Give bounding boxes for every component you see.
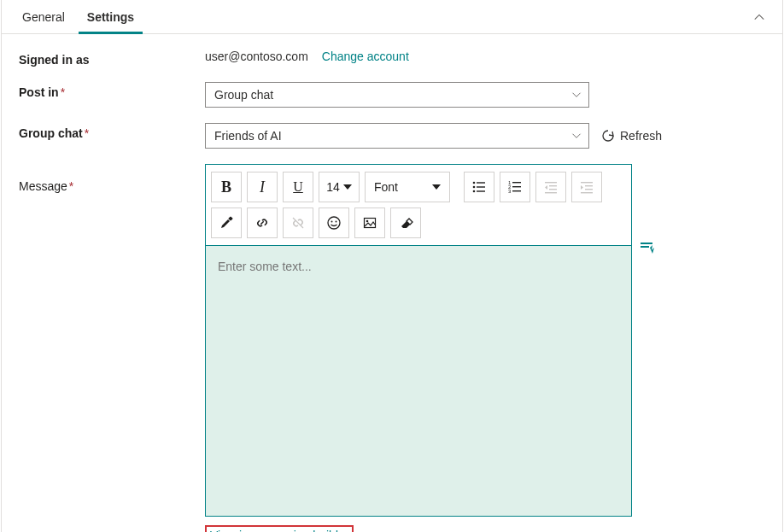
caret-down-icon [432, 183, 441, 191]
rich-text-editor: B I U 14 Font [205, 164, 632, 517]
font-size-select[interactable]: 14 [319, 172, 360, 202]
signed-in-email: user@contoso.com [205, 50, 308, 63]
svg-point-26 [366, 220, 369, 223]
tab-settings[interactable]: Settings [79, 0, 143, 34]
svg-point-0 [473, 182, 476, 184]
group-chat-label: Group chat* [19, 123, 205, 140]
svg-rect-15 [545, 192, 557, 193]
tabs-bar: General Settings [2, 0, 782, 34]
svg-rect-1 [477, 182, 485, 183]
dynamic-content-icon [639, 239, 656, 256]
tab-general[interactable]: General [14, 0, 73, 34]
bold-icon: B [221, 178, 231, 196]
svg-rect-12 [545, 182, 557, 183]
svg-rect-18 [585, 189, 593, 190]
refresh-icon [601, 129, 615, 143]
svg-rect-3 [477, 186, 485, 187]
svg-point-2 [473, 186, 476, 189]
image-icon [362, 215, 377, 231]
font-family-select[interactable]: Font [365, 172, 450, 202]
group-chat-select[interactable]: Friends of AI [205, 123, 589, 149]
link-icon [255, 215, 270, 231]
outdent-button [535, 172, 566, 202]
svg-rect-5 [477, 190, 485, 191]
svg-rect-7 [512, 182, 521, 183]
svg-text:3: 3 [508, 189, 512, 194]
svg-point-22 [328, 217, 340, 229]
clear-format-button[interactable] [390, 208, 421, 238]
svg-rect-20 [228, 216, 233, 221]
view-in-expression-builder-link[interactable]: View in expression builder [205, 525, 354, 532]
editor-toolbar: B I U 14 Font [206, 165, 631, 246]
dynamic-content-button[interactable] [639, 239, 656, 256]
svg-rect-14 [549, 189, 557, 190]
italic-button[interactable]: I [247, 172, 278, 202]
post-in-label: Post in* [19, 82, 205, 99]
link-button[interactable] [247, 208, 278, 238]
svg-point-4 [473, 190, 476, 193]
message-textarea[interactable]: Enter some text... [206, 246, 631, 516]
underline-icon: U [293, 179, 303, 195]
emoji-icon [326, 215, 342, 231]
svg-rect-16 [581, 182, 593, 183]
chevron-down-icon [571, 90, 582, 100]
eyedropper-icon [219, 215, 234, 231]
svg-rect-9 [512, 186, 521, 187]
outdent-icon [543, 179, 559, 195]
eraser-icon [398, 215, 413, 231]
numbered-list-icon: 123 [507, 179, 523, 195]
emoji-button[interactable] [319, 208, 349, 238]
collapse-panel-button[interactable] [748, 8, 770, 26]
svg-rect-19 [581, 192, 593, 193]
message-label: Message* [19, 164, 205, 193]
change-account-link[interactable]: Change account [322, 50, 409, 63]
caret-down-icon [343, 183, 352, 191]
svg-rect-11 [512, 190, 521, 191]
color-picker-button[interactable] [211, 208, 242, 238]
bullet-list-button[interactable] [464, 172, 494, 202]
numbered-list-button[interactable]: 123 [500, 172, 530, 202]
group-chat-value: Friends of AI [214, 129, 282, 143]
italic-icon: I [260, 178, 265, 196]
chevron-down-icon [571, 131, 582, 141]
signed-in-as-label: Signed in as [19, 50, 205, 67]
svg-rect-17 [585, 185, 593, 186]
unlink-button [283, 208, 313, 238]
svg-point-24 [336, 221, 337, 223]
bold-button[interactable]: B [211, 172, 242, 202]
refresh-button[interactable]: Refresh [598, 126, 665, 146]
image-button[interactable] [354, 208, 385, 238]
chevron-up-icon [753, 11, 765, 23]
svg-point-23 [331, 221, 333, 223]
indent-icon [579, 179, 594, 195]
bullet-list-icon [471, 179, 487, 195]
unlink-icon [290, 215, 306, 231]
underline-button[interactable]: U [283, 172, 313, 202]
svg-rect-28 [641, 246, 649, 248]
svg-rect-13 [549, 185, 557, 186]
post-in-select[interactable]: Group chat [205, 82, 589, 108]
indent-button [571, 172, 602, 202]
svg-rect-27 [641, 243, 652, 244]
post-in-value: Group chat [214, 88, 273, 102]
svg-line-21 [293, 218, 303, 228]
